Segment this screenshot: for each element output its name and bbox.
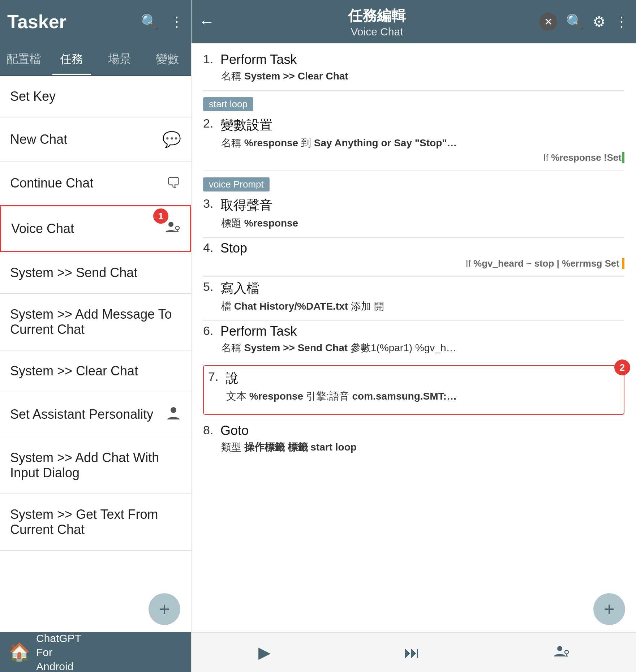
more-options-icon[interactable]: ⋮ bbox=[169, 13, 184, 30]
step-2-condition: If %response !Set bbox=[203, 152, 624, 163]
step-6-number: 6. bbox=[203, 324, 216, 338]
tab-profiles[interactable]: 配置檔 bbox=[0, 43, 48, 75]
svg-point-4 bbox=[565, 650, 568, 654]
step-2-detail: 名稱 %response 到 Say Anything or Say "Stop… bbox=[203, 136, 624, 150]
step-4: 4. Stop If %gv_heard ~ stop | %errmsg Se… bbox=[203, 241, 624, 269]
left-panel: Tasker 🔍 ⋮ 配置檔 任務 場景 變數 Set Key New Chat… bbox=[0, 0, 192, 672]
tab-variables[interactable]: 變數 bbox=[143, 43, 191, 75]
step-8-title: Goto bbox=[220, 423, 249, 438]
badge-2: 2 bbox=[614, 359, 630, 375]
settings-icon[interactable]: ⚙ bbox=[593, 13, 606, 30]
right-fab[interactable]: + bbox=[593, 593, 625, 625]
tag-start-loop: start loop bbox=[203, 94, 624, 116]
tab-scenes[interactable]: 場景 bbox=[96, 43, 143, 75]
page-subtitle: Voice Chat bbox=[351, 26, 403, 38]
back-button[interactable]: ← bbox=[199, 13, 215, 31]
tab-bar: 配置檔 任務 場景 變數 bbox=[0, 43, 191, 76]
search-icon[interactable]: 🔍 bbox=[141, 13, 159, 30]
step-4-number: 4. bbox=[203, 241, 216, 255]
right-content: 1. Perform Task 名稱 System >> Clear Chat … bbox=[192, 43, 636, 632]
footer-app-name: ChatGPTForAndroid bbox=[36, 631, 81, 672]
step-6: 6. Perform Task 名稱 System >> Send Chat 參… bbox=[203, 324, 624, 355]
step-7-detail: 文本 %response 引擎:語音 com.samsung.SMT:… bbox=[208, 389, 619, 403]
left-footer: 🏠 ChatGPTForAndroid bbox=[0, 632, 191, 672]
voice-person-icon bbox=[165, 219, 180, 238]
search-icon-right[interactable]: 🔍 bbox=[566, 13, 584, 30]
step-3-title: 取得聲音 bbox=[220, 197, 272, 214]
play-button[interactable]: ▶ bbox=[258, 643, 271, 662]
left-fab[interactable]: + bbox=[149, 593, 180, 625]
step-6-detail: 名稱 System >> Send Chat 參數1(%par1) %gv_h… bbox=[203, 341, 624, 355]
task-item-set-key[interactable]: Set Key bbox=[0, 76, 191, 117]
more-options-right-icon[interactable]: ⋮ bbox=[614, 13, 629, 30]
svg-point-3 bbox=[557, 646, 562, 651]
header-icons: 🔍 ⋮ bbox=[141, 13, 184, 30]
step-1-title: Perform Task bbox=[220, 52, 297, 67]
chat-icon: 💬 bbox=[162, 130, 181, 148]
task-list: Set Key New Chat 💬 Continue Chat 🗨 Voice… bbox=[0, 76, 191, 632]
step-7-highlighted: 2 7. 說 文本 %response 引擎:語音 com.samsung.SM… bbox=[203, 365, 624, 415]
app-title: Tasker bbox=[7, 11, 66, 33]
voice-button-footer[interactable] bbox=[553, 643, 569, 662]
step-7-number: 7. bbox=[208, 370, 221, 384]
step-7-title: 說 bbox=[225, 370, 239, 387]
step-3: 3. 取得聲音 標題 %response bbox=[203, 197, 624, 230]
step-8-detail: 類型 操作標籤 標籤 start loop bbox=[203, 440, 624, 454]
step-4-condition: If %gv_heard ~ stop | %errmsg Set bbox=[203, 258, 624, 269]
step-6-title: Perform Task bbox=[220, 324, 297, 339]
step-5: 5. 寫入檔 檔 Chat History/%DATE.txt 添加 開 bbox=[203, 280, 624, 313]
close-icon[interactable]: ✕ bbox=[539, 13, 557, 31]
home-icon[interactable]: 🏠 bbox=[9, 642, 30, 662]
left-header: Tasker 🔍 ⋮ bbox=[0, 0, 191, 43]
step-5-number: 5. bbox=[203, 280, 216, 294]
step-1-detail: 名稱 System >> Clear Chat bbox=[203, 69, 624, 83]
task-item-get-text[interactable]: System >> Get Text From Current Chat bbox=[0, 494, 191, 551]
step-2-title: 變數設置 bbox=[220, 116, 272, 134]
step-3-detail: 標題 %response bbox=[203, 216, 624, 230]
header-title-block: 任務編輯 Voice Chat bbox=[220, 6, 533, 38]
task-item-add-chat-input[interactable]: System >> Add Chat With Input Dialog bbox=[0, 437, 191, 494]
task-item-voice-chat[interactable]: Voice Chat 1 bbox=[0, 205, 191, 252]
tab-tasks[interactable]: 任務 bbox=[48, 43, 95, 75]
step-2-number: 2. bbox=[203, 116, 216, 130]
task-item-clear-chat[interactable]: System >> Clear Chat bbox=[0, 350, 191, 392]
step-5-title: 寫入檔 bbox=[220, 280, 259, 297]
task-item-send-chat[interactable]: System >> Send Chat bbox=[0, 252, 191, 294]
page-title: 任務編輯 bbox=[348, 6, 406, 26]
task-item-set-personality[interactable]: Set Assistant Personality bbox=[0, 392, 191, 437]
task-item-continue-chat[interactable]: Continue Chat 🗨 bbox=[0, 161, 191, 205]
step-2: 2. 變數設置 名稱 %response 到 Say Anything or S… bbox=[203, 116, 624, 163]
task-item-add-message[interactable]: System >> Add Message To Current Chat bbox=[0, 294, 191, 350]
svg-point-2 bbox=[171, 407, 176, 413]
right-footer: ▶ ⏭ bbox=[192, 632, 636, 672]
step-1: 1. Perform Task 名稱 System >> Clear Chat bbox=[203, 52, 624, 83]
step-4-title: Stop bbox=[220, 241, 247, 256]
tag-voice-prompt: voice Prompt bbox=[203, 174, 624, 197]
step-8: 8. Goto 類型 操作標籤 標籤 start loop bbox=[203, 423, 624, 454]
right-header: ← 任務編輯 Voice Chat ✕ 🔍 ⚙ ⋮ bbox=[192, 0, 636, 43]
skip-button[interactable]: ⏭ bbox=[404, 643, 420, 662]
step-3-number: 3. bbox=[203, 197, 216, 211]
step-7: 7. 說 文本 %response 引擎:語音 com.samsung.SMT:… bbox=[208, 370, 619, 403]
step-1-number: 1. bbox=[203, 52, 216, 66]
svg-point-0 bbox=[168, 222, 173, 227]
person-icon bbox=[166, 405, 181, 424]
step-8-number: 8. bbox=[203, 423, 216, 437]
message-icon: 🗨 bbox=[166, 175, 181, 192]
step-5-detail: 檔 Chat History/%DATE.txt 添加 開 bbox=[203, 300, 624, 313]
badge-1: 1 bbox=[153, 208, 168, 224]
right-panel: ← 任務編輯 Voice Chat ✕ 🔍 ⚙ ⋮ 1. Perform Tas… bbox=[192, 0, 636, 672]
svg-point-1 bbox=[176, 226, 179, 230]
task-item-new-chat[interactable]: New Chat 💬 bbox=[0, 117, 191, 161]
right-header-icons: ✕ 🔍 ⚙ ⋮ bbox=[539, 13, 629, 31]
